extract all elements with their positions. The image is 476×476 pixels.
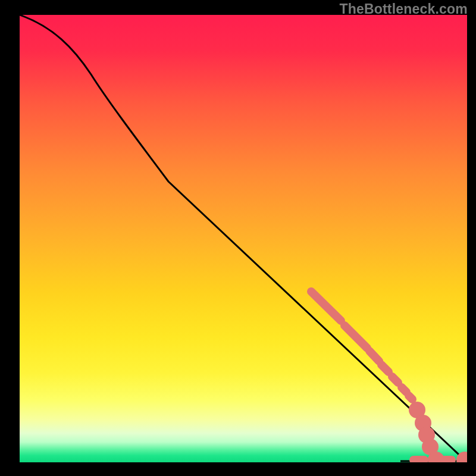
chart-plot: [20, 15, 467, 462]
svg-line-3: [381, 365, 389, 372]
svg-point-14: [461, 456, 467, 462]
gradient-bg: [20, 15, 467, 462]
svg-point-12: [432, 456, 440, 462]
chart-svg: [20, 15, 467, 462]
chart-stage: TheBottleneck.com: [0, 0, 476, 476]
svg-line-5: [402, 387, 406, 392]
svg-point-9: [422, 431, 431, 439]
svg-line-6: [409, 396, 412, 399]
svg-point-10: [426, 443, 434, 451]
svg-point-8: [419, 419, 427, 427]
svg-point-7: [413, 406, 421, 414]
svg-line-4: [392, 377, 398, 383]
